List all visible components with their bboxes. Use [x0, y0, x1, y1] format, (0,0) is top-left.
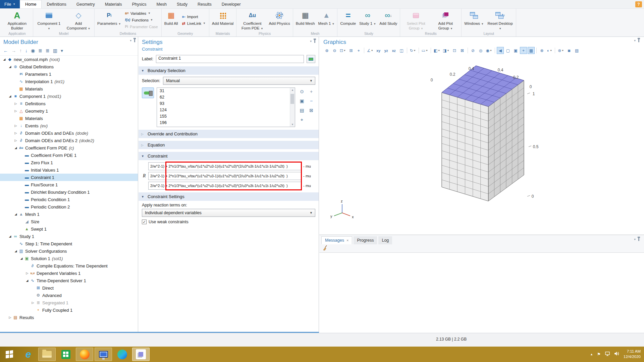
- tree-item-constraint-1[interactable]: ▬Constraint 1: [0, 174, 138, 181]
- add-component-button[interactable]: ◇ Add Component ▼: [64, 9, 93, 31]
- expand-caret-icon[interactable]: ◢: [13, 213, 18, 216]
- livelink-button[interactable]: ⇄LiveLink▼: [181, 20, 207, 26]
- tree-item-coefficient-form-pde-1[interactable]: ▬Coefficient Form PDE 1: [0, 152, 138, 159]
- tab-progress[interactable]: Progress: [354, 236, 377, 244]
- view-yz-button[interactable]: yz: [383, 47, 390, 54]
- expand-caret-icon[interactable]: ▷: [8, 316, 12, 319]
- show-axes-button[interactable]: +: [520, 47, 527, 54]
- tree-item-periodic-condition-1[interactable]: ▬Periodic Condition 1: [0, 196, 138, 203]
- tree-item-domain-odes-and-daes[interactable]: ▷∂Domain ODEs and DAEs(dode): [0, 129, 138, 137]
- expand-caret-icon[interactable]: ▷: [13, 124, 18, 127]
- tree-item-dirichlet-boundary-condition-1[interactable]: ▬Dirichlet Boundary Condition 1: [0, 188, 138, 196]
- transparency-button[interactable]: ◧▼: [433, 47, 441, 54]
- clear-selection-button[interactable]: ⊠: [459, 47, 466, 54]
- more-button[interactable]: ▾: [61, 48, 63, 53]
- scroll-up-icon[interactable]: ▲: [291, 88, 294, 92]
- visibility-button[interactable]: ◉▼: [485, 47, 493, 54]
- environment-button[interactable]: ⊛▼: [557, 47, 565, 54]
- tab-definitions[interactable]: Definitions: [42, 0, 71, 8]
- tab-messages[interactable]: Messages×: [321, 236, 352, 244]
- start-button[interactable]: [1, 348, 18, 361]
- remote-desktop-button[interactable]: [95, 348, 112, 361]
- constraint-expression-input-3[interactable]: 2/w^2-1) + 2*n1/3*tau_v/tau*(u1*u2*u3-1)…: [148, 182, 302, 190]
- expand-caret-icon[interactable]: ▷: [13, 109, 18, 113]
- tree-item-solution-1[interactable]: ◢▣Solution 1(sol1): [0, 255, 138, 262]
- tab-mesh[interactable]: Mesh: [151, 0, 172, 8]
- back-button[interactable]: ←: [3, 48, 8, 53]
- expand-caret-icon[interactable]: ◢: [25, 279, 30, 282]
- add-plot-group-button[interactable]: Add Plot Group ▼: [431, 9, 460, 31]
- scroll-thumb[interactable]: [290, 94, 294, 104]
- collapse-all-button[interactable]: ≣: [46, 48, 50, 53]
- graphics-canvas[interactable]: 0.40.200.40.2010.50 z y x: [319, 60, 644, 235]
- expand-caret-icon[interactable]: ◢: [19, 257, 24, 260]
- store-button[interactable]: [57, 348, 74, 361]
- select-box-button[interactable]: ⊡: [451, 47, 458, 54]
- scene-button[interactable]: ▭▼: [421, 47, 429, 54]
- section-constraint[interactable]: ▼ Constraint: [139, 152, 319, 160]
- section-override-and-contribution[interactable]: ▷ Override and Contribution: [139, 130, 319, 138]
- clock[interactable]: 7:11 AM 12/4/2020: [624, 349, 641, 359]
- close-icon[interactable]: ×: [346, 238, 348, 242]
- print-button[interactable]: ▤: [573, 47, 580, 54]
- tree-item-direct[interactable]: ⊠Direct: [0, 284, 138, 292]
- windows-button[interactable]: Windows ▼: [463, 9, 485, 31]
- panel-menu-caret-icon[interactable]: ▾: [634, 39, 636, 42]
- compute-button[interactable]: = Compute: [338, 9, 358, 31]
- expand-caret-icon[interactable]: ◢: [13, 249, 18, 253]
- parameters-button[interactable]: Pi Parameters ▼: [96, 9, 123, 31]
- tree-item-results[interactable]: ▷▤Results: [0, 314, 138, 321]
- expand-caret-icon[interactable]: ◢: [8, 65, 12, 68]
- clear-messages-broom-icon[interactable]: [323, 245, 328, 252]
- view-xy-button[interactable]: xy: [375, 47, 382, 54]
- constraint-expression-input-1[interactable]: 2/w^2-1) + 2*n1/3*tau_v/tau*(u1*u2*u3-1)…: [148, 162, 302, 170]
- columns-button[interactable]: ▥: [53, 48, 57, 53]
- clear-selection-button[interactable]: ⊠: [307, 106, 315, 114]
- tree-item-flux-source-1[interactable]: ▬Flux/Source 1: [0, 181, 138, 188]
- selection-list-item[interactable]: 155: [157, 113, 295, 120]
- selection-colors-button[interactable]: ◀: [497, 47, 504, 54]
- expand-caret-icon[interactable]: ▷: [31, 301, 35, 304]
- coefficient-form-pde-button[interactable]: Δu Coefficient Form PDE ▼: [237, 9, 267, 31]
- comsol-taskbar-button[interactable]: [132, 348, 150, 361]
- tree-item-compile-equations-time-dependent[interactable]: ∂Compile Equations: Time Dependent: [0, 262, 138, 269]
- pin-icon[interactable]: [638, 238, 639, 241]
- zoom-to-selection-button[interactable]: ⌖: [298, 116, 306, 124]
- tree-item-step-1-time-dependent[interactable]: ∿Step 1: Time Dependent: [0, 240, 138, 247]
- tab-geometry[interactable]: Geometry: [71, 0, 100, 8]
- tree-item-time-dependent-solver-1[interactable]: ◢∿Time-Dependent Solver 1: [0, 277, 138, 284]
- show-frames-button[interactable]: ▢: [504, 47, 512, 54]
- tree-item-study-1[interactable]: ◢∞Study 1: [0, 233, 138, 240]
- tree-item-dependent-variables-1[interactable]: ▷u,vDependent Variables 1: [0, 269, 138, 277]
- label-input[interactable]: Constraint 1: [156, 55, 304, 63]
- boundary-selection-list[interactable]: 316293124155196 ▲▼: [157, 87, 295, 127]
- tab-physics[interactable]: Physics: [127, 0, 151, 8]
- move-down-button[interactable]: ↓: [25, 48, 28, 53]
- selection-list-item[interactable]: 62: [157, 94, 295, 101]
- add-study-button[interactable]: ∞↓ Add Study: [378, 9, 399, 31]
- tree-item-coefficient-form-pde[interactable]: ◢ΔuCoefficient Form PDE(c): [0, 144, 138, 152]
- tree-item-definitions[interactable]: ▷≡Definitions: [0, 100, 138, 107]
- tree-item-component-1[interactable]: ◢■Component 1(mod1): [0, 93, 138, 100]
- show-grid-button[interactable]: ▦: [528, 47, 535, 54]
- show-selected-button[interactable]: ◎: [477, 47, 484, 54]
- tree-item-domain-odes-and-daes-2[interactable]: ▷∂Domain ODEs and DAEs 2(dode2): [0, 137, 138, 144]
- use-weak-constraints-checkbox[interactable]: ✓: [142, 220, 147, 224]
- reset-desktop-button[interactable]: ↻ Reset Desktop ▼: [485, 9, 515, 31]
- section-constraint-settings[interactable]: ▼ Constraint Settings: [139, 192, 319, 201]
- help-button[interactable]: ?: [635, 1, 642, 7]
- go-to-view-button[interactable]: ∠▼: [366, 47, 374, 54]
- mesh-1-button[interactable]: ▲ Mesh 1 ▼: [317, 9, 336, 31]
- scroll-down-icon[interactable]: ▼: [291, 123, 294, 126]
- tab-home[interactable]: Home: [20, 0, 42, 8]
- tree-item-global-definitions[interactable]: ◢⊕Global Definitions: [0, 63, 138, 70]
- tree-item-materials[interactable]: ▦Materials: [0, 85, 138, 93]
- tree-item-parameters-1[interactable]: PiParameters 1: [0, 70, 138, 78]
- tree-item-advanced[interactable]: ⚙Advanced: [0, 292, 138, 299]
- tree-item-size[interactable]: ◢Size: [0, 218, 138, 225]
- reaction-terms-dropdown[interactable]: Individual dependent variables▼: [142, 209, 315, 217]
- forward-button[interactable]: →: [11, 48, 16, 53]
- build-all-button[interactable]: ▦ Build All: [163, 9, 180, 31]
- component-button[interactable]: Component 1 ▼: [34, 9, 64, 31]
- zoom-box-button[interactable]: ⊡▼: [339, 47, 347, 54]
